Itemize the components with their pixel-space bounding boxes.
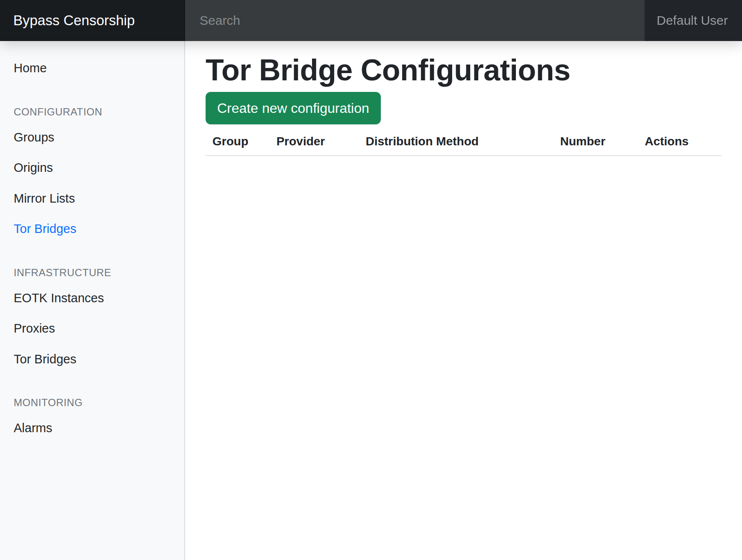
sidebar-item-groups[interactable]: Groups: [0, 122, 184, 153]
sidebar-nav-monitoring: Alarms: [0, 413, 184, 444]
sidebar-item-proxies[interactable]: Proxies: [0, 313, 184, 344]
sidebar-section-infrastructure: INFRASTRUCTURE: [0, 267, 184, 279]
sidebar-nav-infrastructure: EOTK Instances Proxies Tor Bridges: [0, 283, 184, 375]
sidebar-item-eotk-instances[interactable]: EOTK Instances: [0, 283, 184, 314]
column-header-provider: Provider: [270, 128, 359, 156]
sidebar-item-mirror-lists[interactable]: Mirror Lists: [0, 183, 184, 214]
sidebar-nav-top: Home: [0, 53, 184, 84]
column-header-actions: Actions: [638, 128, 721, 156]
sidebar: Home CONFIGURATION Groups Origins Mirror…: [0, 41, 185, 560]
page-title: Tor Bridge Configurations: [206, 54, 721, 87]
column-header-group: Group: [206, 128, 270, 156]
top-navbar: Bypass Censorship Default User: [0, 0, 742, 41]
search-input[interactable]: [185, 0, 645, 41]
table-header-row: Group Provider Distribution Method Numbe…: [206, 128, 721, 156]
sidebar-section-configuration: CONFIGURATION: [0, 106, 184, 118]
sidebar-item-home[interactable]: Home: [0, 53, 184, 84]
sidebar-item-alarms[interactable]: Alarms: [0, 413, 184, 444]
user-menu[interactable]: Default User: [645, 0, 742, 41]
configurations-table-header: Group Provider Distribution Method Numbe…: [206, 128, 721, 156]
main-content: Tor Bridge Configurations Create new con…: [185, 41, 742, 560]
sidebar-section-monitoring: MONITORING: [0, 397, 184, 409]
column-header-number: Number: [554, 128, 638, 156]
configurations-table: Group Provider Distribution Method Numbe…: [206, 128, 721, 156]
sidebar-item-tor-bridges-configuration[interactable]: Tor Bridges: [0, 214, 184, 245]
user-menu-label: Default User: [657, 13, 728, 28]
column-header-distribution-method: Distribution Method: [359, 128, 553, 156]
sidebar-item-tor-bridges-infrastructure[interactable]: Tor Bridges: [0, 344, 184, 375]
sidebar-nav-configuration: Groups Origins Mirror Lists Tor Bridges: [0, 122, 184, 245]
create-configuration-button[interactable]: Create new configuration: [206, 92, 381, 124]
sidebar-item-origins[interactable]: Origins: [0, 153, 184, 183]
app-brand[interactable]: Bypass Censorship: [0, 0, 185, 41]
